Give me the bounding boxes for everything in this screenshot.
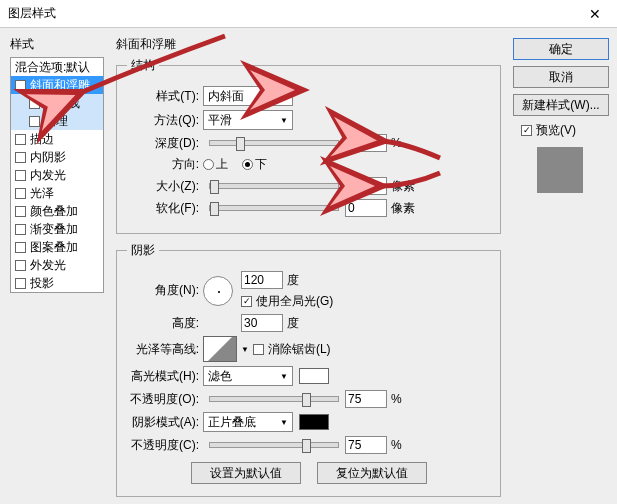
size-slider[interactable] [209,183,339,189]
method-dropdown[interactable]: 平滑▼ [203,110,293,130]
sidebar-item-stroke[interactable]: 描边 [11,130,103,148]
gloss-contour-label: 光泽等高线: [127,341,199,358]
shadow-legend: 阴影 [127,242,159,259]
highlight-mode-dropdown[interactable]: 滤色▼ [203,366,293,386]
settings-panel: 斜面和浮雕 结构 样式(T): 内斜面▼ 方法(Q): 平滑▼ 深度(D): 2… [108,28,509,504]
global-light-check[interactable]: ✓ [241,296,252,307]
checkbox-icon[interactable] [29,116,40,127]
shadow-color-swatch[interactable] [299,414,329,430]
new-style-button[interactable]: 新建样式(W)... [513,94,609,116]
sidebar-item-satin[interactable]: 光泽 [11,184,103,202]
set-default-button[interactable]: 设置为默认值 [191,462,301,484]
style-dropdown[interactable]: 内斜面▼ [203,86,293,106]
highlight-opacity-input[interactable]: 75 [345,390,387,408]
checkbox-icon[interactable] [15,188,26,199]
chevron-down-icon: ▼ [280,372,288,381]
checkbox-icon[interactable] [15,152,26,163]
size-unit: 像素 [391,178,415,195]
highlight-opacity-slider[interactable] [209,396,339,402]
highlight-opacity-unit: % [391,392,402,406]
angle-label: 角度(N): [127,282,199,299]
sidebar-label: 样式 [10,36,104,53]
titlebar: 图层样式 ✕ [0,0,617,28]
preview-swatch [537,147,583,193]
sidebar-item-texture[interactable]: 纹理 [11,112,103,130]
chevron-down-icon: ▼ [280,116,288,125]
sidebar-item-inner-glow[interactable]: 内发光 [11,166,103,184]
depth-input[interactable]: 205 [345,134,387,152]
checkbox-icon[interactable] [15,278,26,289]
reset-default-button[interactable]: 复位为默认值 [317,462,427,484]
shadow-opacity-label: 不透明度(C): [127,437,199,454]
shadow-mode-label: 阴影模式(A): [127,414,199,431]
soften-unit: 像素 [391,200,415,217]
antialias-label: 消除锯齿(L) [268,341,331,358]
soften-slider[interactable] [209,205,339,211]
highlight-mode-label: 高光模式(H): [127,368,199,385]
angle-dial[interactable] [203,276,233,306]
window-title: 图层样式 [8,5,56,22]
sidebar-item-contour[interactable]: 等高线 [11,94,103,112]
checkbox-icon[interactable] [15,134,26,145]
direction-down-radio[interactable] [242,159,253,170]
depth-label: 深度(D): [127,135,199,152]
antialias-check[interactable] [253,344,264,355]
soften-input[interactable]: 0 [345,199,387,217]
altitude-label: 高度: [127,315,199,332]
close-icon[interactable]: ✕ [573,0,617,28]
depth-slider[interactable] [209,140,339,146]
gloss-contour-picker[interactable] [203,336,237,362]
sidebar-item-inner-shadow[interactable]: 内阴影 [11,148,103,166]
dialog-buttons: 确定 取消 新建样式(W)... ✓ 预览(V) [509,28,617,504]
checkbox-icon[interactable] [15,170,26,181]
size-label: 大小(Z): [127,178,199,195]
shadow-opacity-slider[interactable] [209,442,339,448]
structure-group: 结构 样式(T): 内斜面▼ 方法(Q): 平滑▼ 深度(D): 205 % 方… [116,57,501,234]
altitude-unit: 度 [287,315,299,332]
direction-label: 方向: [127,156,199,173]
shadow-opacity-unit: % [391,438,402,452]
cancel-button[interactable]: 取消 [513,66,609,88]
altitude-input[interactable]: 30 [241,314,283,332]
sidebar-item-drop-shadow[interactable]: 投影 [11,274,103,292]
size-input[interactable]: 2 [345,177,387,195]
angle-unit: 度 [287,272,299,289]
checkbox-icon[interactable] [29,98,40,109]
highlight-opacity-label: 不透明度(O): [127,391,199,408]
sidebar-item-pattern-overlay[interactable]: 图案叠加 [11,238,103,256]
chevron-down-icon[interactable]: ▼ [241,345,249,354]
style-list: 混合选项:默认 ✓斜面和浮雕 等高线 纹理 描边 内阴影 内发光 光泽 颜色叠加… [10,57,104,293]
shadow-opacity-input[interactable]: 75 [345,436,387,454]
direction-up-radio[interactable] [203,159,214,170]
depth-unit: % [391,136,402,150]
ok-button[interactable]: 确定 [513,38,609,60]
chevron-down-icon: ▼ [280,418,288,427]
sidebar-item-outer-glow[interactable]: 外发光 [11,256,103,274]
method-label: 方法(Q): [127,112,199,129]
panel-title: 斜面和浮雕 [116,36,501,53]
chevron-down-icon: ▼ [280,92,288,101]
soften-label: 软化(F): [127,200,199,217]
highlight-color-swatch[interactable] [299,368,329,384]
shadow-mode-dropdown[interactable]: 正片叠底▼ [203,412,293,432]
checkbox-icon[interactable] [15,206,26,217]
sidebar-item-color-overlay[interactable]: 颜色叠加 [11,202,103,220]
preview-label: 预览(V) [536,122,576,139]
shadow-group: 阴影 角度(N): 120 度 ✓ 使用全局光(G) 高度: [116,242,501,497]
sidebar-item-bevel[interactable]: ✓斜面和浮雕 [11,76,103,94]
angle-input[interactable]: 120 [241,271,283,289]
global-light-label: 使用全局光(G) [256,293,333,310]
preview-checkbox[interactable]: ✓ [521,125,532,136]
checkbox-icon[interactable] [15,224,26,235]
style-sidebar: 样式 混合选项:默认 ✓斜面和浮雕 等高线 纹理 描边 内阴影 内发光 光泽 颜… [0,28,108,504]
checkbox-icon[interactable] [15,260,26,271]
checkbox-icon[interactable] [15,242,26,253]
sidebar-item-blend[interactable]: 混合选项:默认 [11,58,103,76]
structure-legend: 结构 [127,57,159,74]
style-label: 样式(T): [127,88,199,105]
checkbox-icon[interactable]: ✓ [15,80,26,91]
sidebar-item-gradient-overlay[interactable]: 渐变叠加 [11,220,103,238]
